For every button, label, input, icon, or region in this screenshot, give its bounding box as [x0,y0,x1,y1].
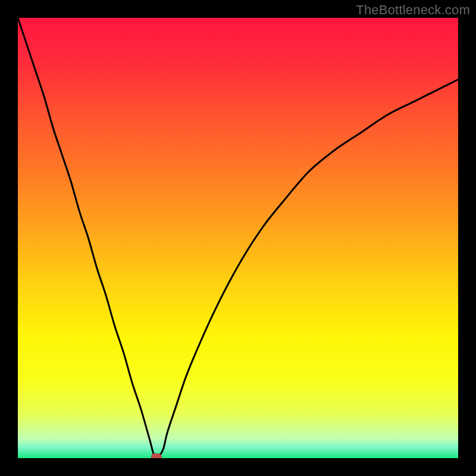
bottleneck-chart [18,18,458,458]
plot-area [18,18,458,458]
attribution-watermark: TheBottleneck.com [356,2,470,18]
optimal-point-marker [151,453,162,458]
gradient-background [18,18,458,458]
chart-container: TheBottleneck.com [0,0,476,476]
